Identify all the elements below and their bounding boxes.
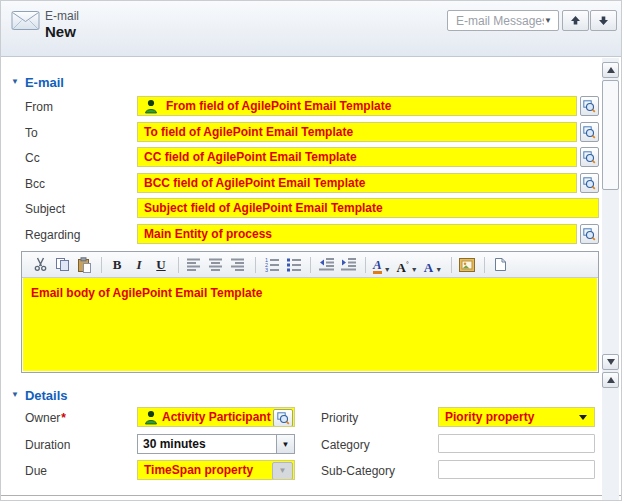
paste-button[interactable] (74, 255, 94, 275)
outdent-button[interactable] (316, 255, 336, 275)
duration-dropdown-button[interactable]: ▼ (276, 435, 294, 453)
sub-category-input[interactable] (438, 460, 595, 479)
to-value: To field of AgilePoint Email Template (144, 123, 353, 141)
chevron-down-icon: ▼ (411, 266, 418, 273)
up-arrow-icon (607, 67, 615, 73)
priority-value: Piority property (445, 408, 534, 426)
toolbar-separator (451, 257, 452, 273)
from-field[interactable]: From field of AgilePoint Email Template (137, 96, 577, 116)
owner-field[interactable]: Activity Participant (137, 407, 295, 427)
font-color-button[interactable]: A ▼ (422, 255, 444, 275)
details-section-title: Details (25, 388, 68, 403)
person-icon (144, 99, 158, 114)
due-dropdown-button-disabled: ▼ (272, 462, 293, 480)
italic-button[interactable]: I (129, 255, 149, 275)
collapse-triangle-icon: ▼ (11, 391, 19, 399)
scrollbar-thumb[interactable] (602, 80, 619, 190)
toolbar-separator (178, 257, 179, 273)
chevron-down-icon: ▼ (384, 266, 391, 273)
chevron-down-icon: ▼ (435, 266, 442, 273)
page-properties-button[interactable] (490, 255, 510, 275)
align-center-icon (209, 257, 223, 272)
underline-icon: U (156, 258, 165, 271)
subject-value: Subject field of AgilePoint Email Templa… (144, 199, 383, 217)
from-value: From field of AgilePoint Email Template (166, 97, 391, 115)
indent-button[interactable] (338, 255, 358, 275)
regarding-field[interactable]: Main Entity of process (137, 224, 577, 244)
email-section-header[interactable]: ▼ E-mail (11, 74, 64, 90)
email-body-editor: B I U (21, 251, 599, 373)
cut-icon (33, 257, 48, 272)
due-value: TimeSpan property (144, 461, 253, 479)
regarding-lookup-button[interactable] (580, 224, 599, 244)
to-lookup-button[interactable] (580, 122, 599, 142)
priority-label: Priority (321, 411, 358, 425)
bcc-lookup-button[interactable] (580, 173, 599, 193)
owner-lookup-button[interactable] (273, 409, 293, 427)
cc-value: CC field of AgilePoint Email Template (144, 148, 357, 166)
outdent-icon (319, 257, 334, 272)
bcc-field[interactable]: BCC field of AgilePoint Email Template (137, 173, 577, 193)
collapse-triangle-icon: ▼ (11, 78, 19, 86)
subject-field[interactable]: Subject field of AgilePoint Email Templa… (137, 198, 599, 218)
subject-label: Subject (25, 202, 65, 216)
category-input[interactable] (438, 434, 595, 453)
duration-dropdown[interactable]: 30 minutes ▼ (137, 434, 295, 454)
email-body-field[interactable]: Email body of AgilePoint Email Template (23, 278, 597, 371)
chevron-down-icon (579, 415, 587, 420)
owner-value: Activity Participant (162, 408, 271, 426)
align-left-button[interactable] (184, 255, 204, 275)
lookup-magnifier-icon (583, 100, 596, 113)
email-form-window: E-mail New E-mail Messages ▼ ▼ E-mail Fr… (0, 0, 622, 501)
bcc-label: Bcc (25, 177, 45, 191)
form-selector-dropdown[interactable]: E-mail Messages ▼ (447, 10, 559, 31)
numbered-list-button[interactable]: 123 (261, 255, 281, 275)
down-arrow-icon (598, 15, 609, 26)
form-header: E-mail New E-mail Messages ▼ (1, 1, 621, 57)
cc-label: Cc (25, 151, 40, 165)
bullet-list-icon (286, 257, 301, 272)
chevron-down-icon: ▼ (282, 440, 290, 449)
insert-picture-icon (459, 258, 475, 272)
from-lookup-button[interactable] (580, 96, 599, 116)
to-field[interactable]: To field of AgilePoint Email Template (137, 122, 577, 142)
font-color-icon: A (424, 261, 433, 274)
align-right-button[interactable] (228, 255, 248, 275)
formatting-toolbar: B I U (22, 252, 598, 278)
up-arrow-icon (570, 15, 581, 26)
lookup-magnifier-icon (583, 126, 596, 139)
bullet-list-button[interactable] (283, 255, 303, 275)
regarding-label: Regarding (25, 228, 80, 242)
scroll-down-button[interactable] (602, 354, 619, 370)
bold-button[interactable]: B (107, 255, 127, 275)
toolbar-separator (310, 257, 311, 273)
next-record-button[interactable] (590, 10, 617, 31)
cc-lookup-button[interactable] (580, 147, 599, 167)
previous-record-button[interactable] (562, 10, 589, 31)
align-right-icon (231, 257, 245, 272)
lookup-magnifier-icon (583, 151, 596, 164)
font-size-button[interactable]: A ° ▼ (395, 255, 420, 275)
details-section-header[interactable]: ▼ Details (11, 387, 68, 403)
align-left-icon (187, 257, 201, 272)
bold-icon: B (113, 258, 122, 271)
chevron-down-icon: ▼ (279, 462, 287, 480)
highlight-color-icon: A (373, 258, 382, 274)
highlight-color-button[interactable]: A ▼ (371, 255, 393, 275)
priority-dropdown[interactable]: Piority property (438, 407, 595, 427)
scroll-up-button-lower[interactable] (602, 372, 619, 388)
insert-picture-button[interactable] (457, 255, 477, 275)
due-field[interactable]: TimeSpan property ▼ (137, 460, 295, 480)
section-divider (1, 495, 621, 496)
copy-icon (55, 257, 70, 272)
owner-label-text: Owner (25, 411, 60, 425)
cut-button[interactable] (30, 255, 50, 275)
owner-label: Owner* (25, 411, 66, 425)
scroll-up-button[interactable] (602, 62, 619, 78)
cc-field[interactable]: CC field of AgilePoint Email Template (137, 147, 577, 167)
copy-button[interactable] (52, 255, 72, 275)
email-section-title: E-mail (25, 75, 64, 90)
align-center-button[interactable] (206, 255, 226, 275)
underline-button[interactable]: U (151, 255, 171, 275)
font-size-icon: A (397, 261, 406, 274)
